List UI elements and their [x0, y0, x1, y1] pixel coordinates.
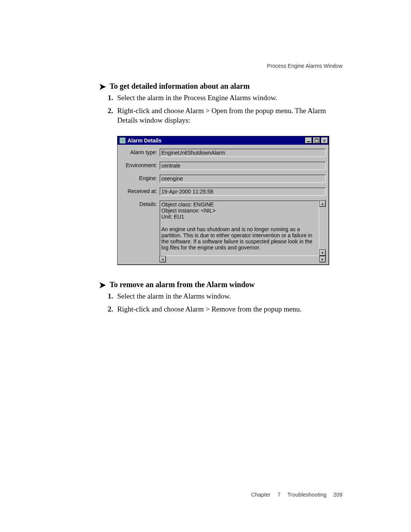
- scroll-up-icon[interactable]: [319, 200, 326, 207]
- scroll-track[interactable]: [319, 207, 326, 249]
- step-item: Right-click and choose Alarm > Open from…: [115, 106, 346, 125]
- scroll-down-icon[interactable]: [319, 249, 326, 256]
- value-engine: ceengine: [159, 174, 326, 183]
- arrow-icon: ➤: [99, 83, 106, 91]
- section-heading: ➤ To remove an alarm from the Alarm wind…: [99, 280, 346, 289]
- window-client: Alarm type: EngineUnitShutdownAlarm Envi…: [118, 145, 329, 265]
- titlebar: Alarm Details ×: [118, 136, 329, 145]
- step-item: Select the alarm in the Alarms window.: [115, 291, 346, 301]
- section-remove-alarm: ➤ To remove an alarm from the Alarm wind…: [99, 280, 346, 314]
- window-title: Alarm Details: [127, 137, 304, 144]
- label-details: Details:: [121, 200, 159, 207]
- value-alarm-type: EngineUnitShutdownAlarm: [159, 149, 326, 157]
- row-engine: Engine: ceengine: [121, 174, 326, 183]
- steps-list: Select the alarm in the Process Engine A…: [115, 93, 346, 125]
- section-get-details: ➤ To get detailed information about an a…: [99, 82, 346, 265]
- row-details: Details: Object class: ENGINE Object ins…: [121, 200, 326, 262]
- label-environment: Environment:: [121, 161, 159, 168]
- value-details: Object class: ENGINE Object instance: <N…: [159, 200, 319, 256]
- minimize-button[interactable]: [305, 137, 312, 144]
- label-engine: Engine:: [121, 174, 159, 181]
- footer-chapter-title: Troubleshooting: [287, 492, 327, 498]
- vertical-scrollbar[interactable]: [319, 200, 326, 256]
- row-environment: Environment: centrale: [121, 161, 326, 170]
- footer-chapter-label: Chapter: [251, 492, 271, 498]
- footer-page-num: 209: [333, 492, 342, 498]
- footer-chapter-num: 7: [277, 492, 280, 498]
- scroll-left-icon[interactable]: [159, 256, 166, 262]
- page-footer: Chapter7Troubleshooting209: [251, 492, 342, 498]
- heading-text: To get detailed information about an ala…: [110, 82, 250, 91]
- arrow-icon: ➤: [99, 281, 106, 289]
- step-item: Select the alarm in the Process Engine A…: [115, 93, 346, 103]
- page: Process Engine Alarms Window ➤ To get de…: [0, 0, 411, 532]
- label-alarm-type: Alarm type:: [121, 149, 159, 155]
- label-received-at: Received at:: [121, 187, 159, 194]
- maximize-button[interactable]: [313, 137, 320, 144]
- section-heading: ➤ To get detailed information about an a…: [99, 82, 346, 91]
- row-alarm-type: Alarm type: EngineUnitShutdownAlarm: [121, 149, 326, 157]
- window-icon: [119, 137, 126, 144]
- value-received-at: 19-Apr-2000 11:25:58: [159, 187, 326, 196]
- step-item: Right-click and choose Alarm > Remove fr…: [115, 304, 346, 314]
- running-header: Process Engine Alarms Window: [267, 63, 342, 69]
- scroll-track[interactable]: [166, 256, 319, 262]
- value-environment: centrale: [159, 161, 326, 170]
- heading-text: To remove an alarm from the Alarm window: [110, 280, 255, 289]
- close-button[interactable]: ×: [321, 137, 328, 144]
- scroll-right-icon[interactable]: [319, 256, 326, 262]
- alarm-details-window: Alarm Details × Alarm type: EngineUnitSh…: [117, 136, 329, 265]
- steps-list: Select the alarm in the Alarms window. R…: [115, 291, 346, 314]
- horizontal-scrollbar[interactable]: [159, 256, 326, 262]
- row-received-at: Received at: 19-Apr-2000 11:25:58: [121, 187, 326, 196]
